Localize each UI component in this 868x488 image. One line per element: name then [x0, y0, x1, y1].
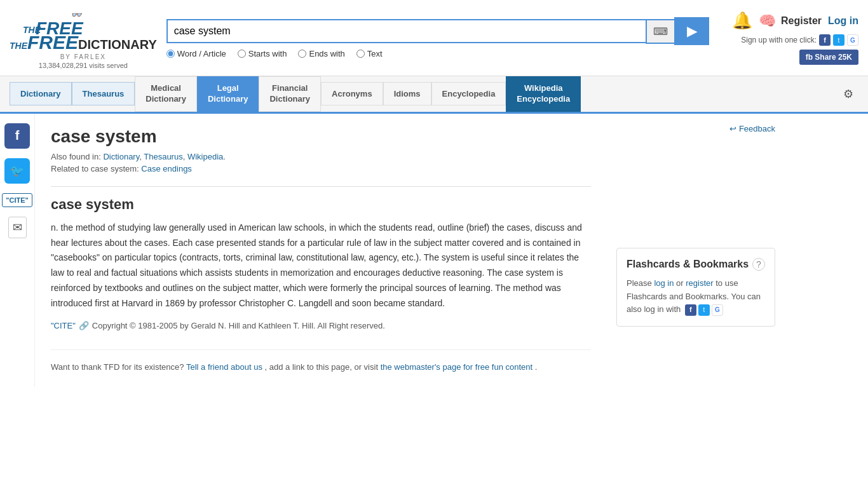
tab-medical[interactable]: MedicalDictionary	[135, 76, 197, 112]
related-case-endings[interactable]: Case endings	[141, 164, 192, 173]
auth-area: 🔔 🧠 Register Log in Sign up with one cli…	[719, 11, 858, 65]
tab-thesaurus[interactable]: Thesaurus	[72, 82, 135, 105]
flashcard-box: Flashcards & Bookmarks ? Please log in o…	[616, 248, 775, 327]
logo-wrapper: 👓 THE FREE DICTIONARY THE FREE DICTIONAR…	[10, 6, 157, 60]
search-area: ⌨ ▶ Word / Article Starts with Ends with…	[166, 17, 709, 58]
tab-wikipedia[interactable]: WikipediaEncyclopedia	[506, 76, 581, 112]
flashcard-gg-icon[interactable]: G	[712, 304, 723, 316]
definition-text: n. the method of studying law generally …	[51, 220, 591, 311]
brain-icon: 🧠	[759, 13, 776, 29]
feedback-icon: ↩	[729, 124, 736, 133]
option-text[interactable]: Text	[356, 49, 383, 58]
search-bar: ⌨ ▶	[166, 17, 709, 45]
option-starts-with[interactable]: Starts with	[238, 49, 287, 58]
logo-dictionary: DICTIONARY	[78, 37, 157, 52]
nav-tabs: Dictionary Thesaurus MedicalDictionary L…	[0, 76, 868, 114]
flashcard-login-link[interactable]: log in	[654, 278, 674, 288]
right-sidebar: ↩ Feedback Flashcards & Bookmarks ? Plea…	[607, 114, 785, 387]
option-word-article[interactable]: Word / Article	[166, 49, 226, 58]
search-input[interactable]	[166, 19, 646, 43]
bell-icon[interactable]: 🔔	[732, 11, 752, 30]
related: Related to case system: Case endings	[51, 164, 591, 173]
share-button[interactable]: fb Share 25K	[799, 50, 858, 65]
radio-word-article[interactable]	[166, 50, 175, 58]
login-button[interactable]: Log in	[828, 15, 858, 27]
help-icon[interactable]: ?	[752, 258, 765, 271]
radio-text[interactable]	[356, 50, 365, 58]
cite-reference: "CITE" 🔗 Copyright © 1981-2005 by Gerald…	[51, 321, 591, 330]
radio-ends-with[interactable]	[298, 50, 306, 58]
flashcard-tw-icon[interactable]: t	[698, 304, 710, 316]
flashcard-header: Flashcards & Bookmarks ?	[627, 258, 765, 271]
social-signin: Sign up with one click: f t G	[741, 34, 858, 46]
also-found-wikipedia[interactable]: Wikipedia	[187, 152, 223, 161]
flashcard-fb-icon[interactable]: f	[685, 304, 696, 316]
keyboard-button[interactable]: ⌨	[646, 19, 674, 44]
logo-area: 👓 THE FREE DICTIONARY THE FREE DICTIONAR…	[10, 6, 157, 69]
email-button[interactable]: ✉	[8, 217, 27, 238]
entry-title: case system	[51, 126, 591, 147]
radio-starts-with[interactable]	[238, 50, 246, 58]
definition-box: case system n. the method of studying la…	[51, 186, 591, 311]
search-button[interactable]: ▶	[674, 17, 709, 45]
option-ends-with[interactable]: Ends with	[298, 49, 344, 58]
tab-idioms[interactable]: Idioms	[383, 82, 431, 105]
twitter-signin-icon[interactable]: t	[833, 34, 844, 46]
main-layout: f 🐦 "CITE" ✉ case system Also found in: …	[0, 114, 868, 387]
facebook-share-button[interactable]: f	[4, 123, 30, 149]
flashcard-social-icons: f t G	[685, 304, 723, 316]
thank-area: Want to thank TFD for its existence? Tel…	[51, 349, 591, 374]
search-options: Word / Article Starts with Ends with Tex…	[166, 49, 709, 58]
google-signin-icon[interactable]: G	[847, 34, 858, 46]
also-found: Also found in: Dictionary, Thesaurus, Wi…	[51, 152, 591, 161]
content-area: case system Also found in: Dictionary, T…	[35, 114, 607, 387]
also-found-thesaurus[interactable]: Thesaurus	[144, 152, 182, 161]
header: 👓 THE FREE DICTIONARY THE FREE DICTIONAR…	[0, 0, 868, 76]
tab-legal[interactable]: LegalDictionary	[197, 76, 259, 112]
feedback-label: Feedback	[739, 124, 775, 133]
feedback-area: ↩ Feedback	[616, 123, 775, 133]
tab-encyclopedia[interactable]: Encyclopedia	[431, 82, 506, 105]
cite-button[interactable]: "CITE"	[2, 193, 32, 207]
also-found-dictionary[interactable]: Dictionary	[103, 152, 139, 161]
logo-the: THE	[10, 41, 27, 51]
feedback-button[interactable]: ↩ Feedback	[729, 124, 775, 133]
copyright-text: Copyright © 1981-2005 by Gerald N. Hill …	[92, 321, 385, 330]
definition-title: case system	[51, 196, 591, 213]
facebook-signin-icon[interactable]: f	[819, 34, 831, 46]
twitter-share-button[interactable]: 🐦	[4, 158, 30, 184]
logo-free: FREE	[27, 32, 78, 53]
tab-financial[interactable]: FinancialDictionary	[259, 76, 321, 112]
flashcard-text: Please log in or register to use Flashca…	[627, 277, 765, 316]
logo-byfarlex: BY FARLEX	[60, 53, 106, 60]
visits-counter: 13,384,028,291 visits served	[39, 62, 128, 69]
register-button[interactable]: Register	[781, 15, 822, 27]
settings-icon[interactable]: ⚙	[838, 82, 858, 106]
webmaster-link[interactable]: the webmaster's page for free fun conten…	[381, 362, 533, 372]
tell-friend-link[interactable]: Tell a friend about us	[186, 362, 262, 372]
flashcard-register-link[interactable]: register	[686, 278, 713, 288]
cite-link-icon: 🔗	[79, 321, 89, 330]
tab-acronyms[interactable]: Acronyms	[321, 82, 383, 105]
left-sidebar: f 🐦 "CITE" ✉	[0, 114, 35, 387]
cite-ref-link[interactable]: "CITE"	[51, 321, 76, 330]
flashcard-title: Flashcards & Bookmarks	[627, 259, 749, 270]
tab-dictionary[interactable]: Dictionary	[10, 82, 72, 105]
